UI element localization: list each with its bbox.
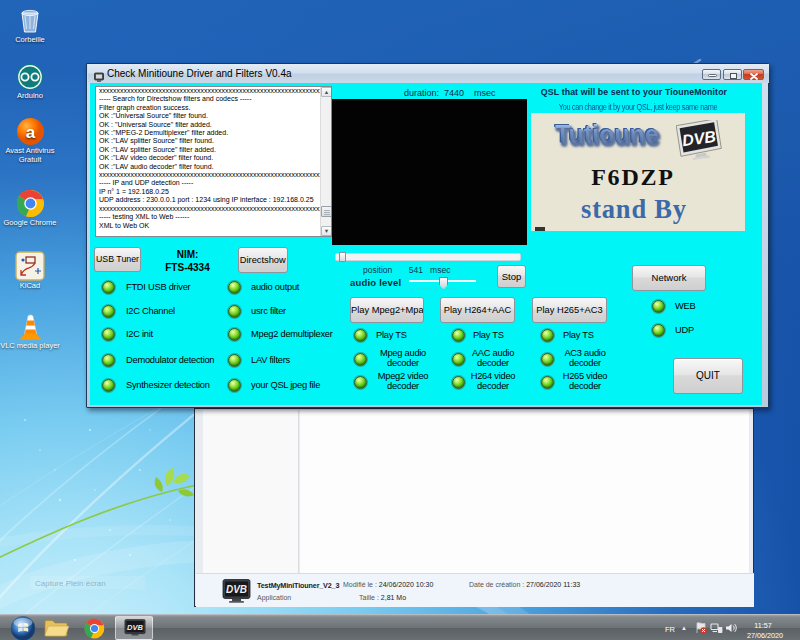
svg-text:Capture Plein écran: Capture Plein écran (35, 579, 106, 588)
svg-text:DVB: DVB (226, 584, 247, 595)
svg-text:a: a (25, 123, 35, 142)
svg-text:DVB: DVB (127, 623, 143, 632)
